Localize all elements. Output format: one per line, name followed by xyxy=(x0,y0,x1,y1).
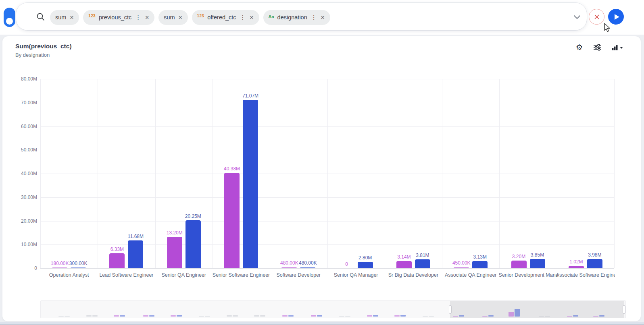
navigator-mini-bar xyxy=(573,315,578,317)
token-remove-icon[interactable]: ✕ xyxy=(69,14,74,21)
gridline xyxy=(40,79,41,268)
chart-bar[interactable] xyxy=(281,267,297,268)
search-token[interactable]: 123previous_ctc⋮✕ xyxy=(83,10,154,25)
navigator-mini-bar xyxy=(488,315,494,317)
x-axis-category-label: Lead Software Engineer xyxy=(97,272,156,278)
close-icon xyxy=(594,14,600,20)
gridline xyxy=(499,79,500,268)
x-axis-category-label: Software Developer xyxy=(269,272,328,278)
y-axis-tick-label: 70.00M xyxy=(9,100,37,106)
chart-bar[interactable] xyxy=(587,259,602,268)
chart-bar[interactable] xyxy=(415,259,430,268)
token-menu-icon[interactable]: ⋮ xyxy=(135,14,142,21)
token-label: offered_ctc xyxy=(207,14,236,21)
navigator-mini-bar xyxy=(453,316,458,317)
chart-bar[interactable] xyxy=(358,262,373,268)
x-axis-category-label: Senior QA Engineer xyxy=(154,272,213,278)
navigator-mini-bar xyxy=(171,315,176,317)
chart-bar[interactable] xyxy=(167,237,182,268)
token-remove-icon[interactable]: ✕ xyxy=(250,14,254,21)
x-axis-category-label: Senior QA Manager xyxy=(327,272,386,278)
token-label: sum xyxy=(55,14,66,21)
chart-bar[interactable] xyxy=(109,253,125,268)
token-menu-icon[interactable]: ⋮ xyxy=(311,14,317,21)
y-axis-tick-label: 0 xyxy=(9,265,37,271)
navigator-mini-bar xyxy=(367,315,372,317)
search-bar[interactable]: sum✕123previous_ctc⋮✕sum✕123offered_ctc⋮… xyxy=(16,3,587,30)
navigator-mini-bar xyxy=(459,315,464,317)
token-menu-icon[interactable]: ⋮ xyxy=(240,14,246,21)
y-axis-tick-label: 10.00M xyxy=(9,242,37,247)
navigator-mini-bar xyxy=(400,315,406,317)
navigator-mini-bar xyxy=(539,316,544,317)
mouse-cursor xyxy=(602,23,611,33)
chart-bar[interactable] xyxy=(243,100,258,268)
app-logo[interactable] xyxy=(4,8,15,27)
token-remove-icon[interactable]: ✕ xyxy=(145,14,149,21)
x-axis-category-label: Operation Analyst xyxy=(40,272,98,278)
chart-bar[interactable] xyxy=(472,261,488,268)
chart-bar[interactable] xyxy=(224,173,240,268)
chart-bar[interactable] xyxy=(128,240,143,268)
text-type-icon: Aa xyxy=(269,14,274,19)
token-label: sum xyxy=(164,14,175,21)
chart-card: Sum(previous_ctc) By designation ⚙ xyxy=(2,36,641,321)
x-axis-category-label: Senior Software Engineer xyxy=(212,272,271,278)
navigator-mini-bar xyxy=(311,315,316,317)
navigator-mini-bar xyxy=(429,316,434,317)
navigator-mini-bar xyxy=(233,315,238,317)
search-token[interactable]: 123offered_ctc⋮✕ xyxy=(192,10,259,25)
gridline xyxy=(270,79,270,268)
x-axis-category-label: Senior Development Mana. xyxy=(499,272,558,278)
chart-bar[interactable] xyxy=(530,259,545,268)
search-token[interactable]: sum✕ xyxy=(50,10,79,25)
chart-bar[interactable] xyxy=(185,220,201,268)
chart-bar[interactable] xyxy=(300,267,315,268)
gridline xyxy=(385,79,385,268)
search-token[interactable]: sum✕ xyxy=(158,10,188,25)
navigator-mini-bar xyxy=(149,315,154,317)
navigator-mini-bar xyxy=(260,315,265,317)
x-axis-category-label: Associate QA Engineer xyxy=(441,272,500,278)
chart-bar[interactable] xyxy=(511,261,527,268)
token-remove-icon[interactable]: ✕ xyxy=(178,14,183,21)
window-bottom-edge xyxy=(0,322,644,325)
navigator-mini-bar xyxy=(593,316,598,317)
navigator-mini-bar xyxy=(254,315,259,317)
gridline xyxy=(155,79,156,268)
bar-value-label: 20.25M xyxy=(175,213,212,219)
chart-bar[interactable] xyxy=(396,261,412,268)
chevron-down-icon[interactable] xyxy=(573,15,581,19)
range-navigator[interactable] xyxy=(40,300,626,318)
gridline xyxy=(327,79,328,268)
navigator-mini-bar xyxy=(482,316,488,317)
navigator-mini-bar xyxy=(120,315,125,317)
search-token-row: sum✕123previous_ctc⋮✕sum✕123offered_ctc⋮… xyxy=(50,10,330,25)
gridline xyxy=(213,79,213,268)
y-axis-tick-label: 60.00M xyxy=(9,124,37,129)
search-token[interactable]: Aadesignation⋮✕ xyxy=(263,10,330,25)
topbar: sum✕123previous_ctc⋮✕sum✕123offered_ctc⋮… xyxy=(0,0,644,35)
plot-area: 80.00M70.00M60.00M50.00M40.00M30.00M20.0… xyxy=(2,36,641,321)
chart-bar[interactable] xyxy=(569,266,584,268)
token-label: previous_ctc xyxy=(99,14,131,21)
gridline xyxy=(557,79,557,268)
chart-bar[interactable] xyxy=(52,267,67,269)
chart-bar[interactable] xyxy=(454,267,469,268)
play-icon xyxy=(615,14,619,20)
number-type-icon: 123 xyxy=(197,14,204,18)
navigator-mini-bar xyxy=(114,315,119,317)
x-axis-category-label: Sr Big Data Developer xyxy=(384,272,443,278)
bar-value-label: 71.07M xyxy=(232,93,269,99)
chart-bar[interactable] xyxy=(71,267,86,269)
bar-value-label: 480.00K xyxy=(289,260,326,266)
token-remove-icon[interactable]: ✕ xyxy=(321,14,325,21)
navigator-mini-bar xyxy=(373,315,378,317)
navigator-selected-window[interactable] xyxy=(450,301,624,318)
navigator-left-handle[interactable] xyxy=(449,305,452,314)
bar-value-label: 3.85M xyxy=(519,252,556,258)
navigator-right-handle[interactable] xyxy=(623,305,625,314)
navigator-mini-bar xyxy=(567,316,572,317)
navigator-mini-bar xyxy=(339,316,344,317)
bar-value-label: 2.80M xyxy=(347,255,384,261)
